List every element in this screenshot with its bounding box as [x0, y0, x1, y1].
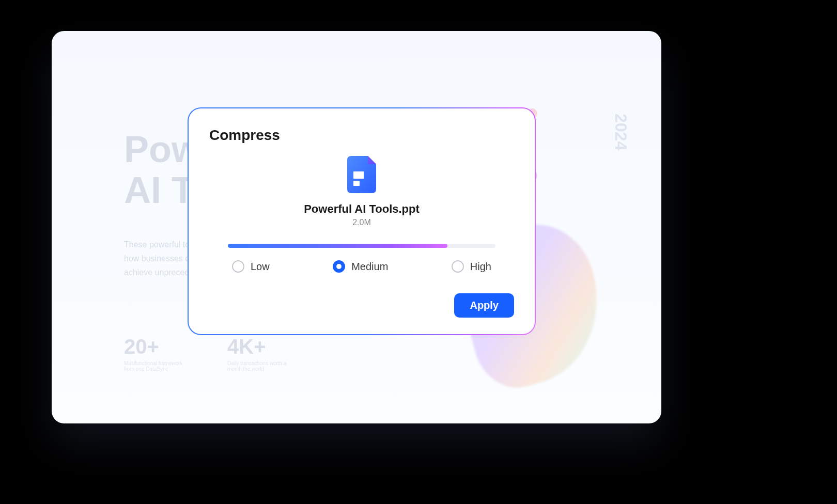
background-stat-label: Daily transactions worth a month the wor… [227, 360, 289, 372]
background-stat: 4K+ Daily transactions worth a month the… [227, 335, 289, 372]
file-document-icon [347, 156, 376, 193]
option-medium[interactable]: Medium [333, 260, 388, 273]
svg-rect-0 [353, 171, 364, 179]
apply-button[interactable]: Apply [454, 293, 514, 318]
slider-track [228, 244, 495, 248]
background-stats: 20+ Multifunctional framework from one D… [124, 335, 289, 372]
option-low[interactable]: Low [232, 260, 270, 273]
radio-icon [452, 260, 464, 273]
radio-icon [232, 260, 244, 273]
svg-rect-1 [353, 181, 360, 186]
option-label: High [470, 261, 491, 273]
background-year: 2024 [611, 114, 630, 150]
modal-title: Compress [209, 127, 514, 144]
radio-icon [333, 260, 345, 273]
compression-options: Low Medium High [228, 260, 495, 273]
option-label: Medium [351, 261, 388, 273]
background-stat-value: 20+ [124, 335, 186, 358]
option-label: Low [251, 261, 270, 273]
button-row: Apply [209, 293, 514, 318]
option-high[interactable]: High [452, 260, 491, 273]
slider-fill [228, 244, 447, 248]
background-stat: 20+ Multifunctional framework from one D… [124, 335, 186, 372]
compression-slider[interactable] [228, 244, 495, 248]
compress-modal: Compress [189, 108, 535, 334]
file-section: Powerful AI Tools.ppt 2.0M [209, 156, 514, 227]
file-size: 2.0M [352, 218, 371, 227]
file-name: Powerful AI Tools.ppt [304, 202, 420, 216]
background-stat-value: 4K+ [227, 335, 289, 358]
background-stat-label: Multifunctional framework from one DataS… [124, 360, 186, 372]
